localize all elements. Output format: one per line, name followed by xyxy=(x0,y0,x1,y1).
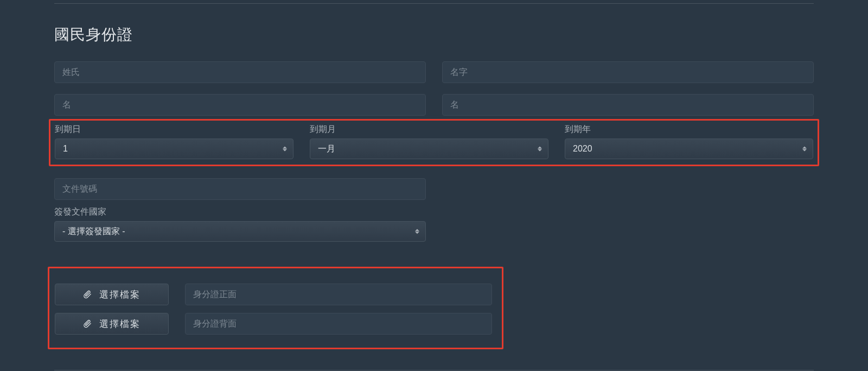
id-back-placeholder: 身分證背面 xyxy=(193,318,237,330)
expiry-day-select[interactable]: 1 xyxy=(55,139,293,159)
expiry-month-label: 到期月 xyxy=(310,124,548,135)
choose-file-back-label: 選擇檔案 xyxy=(99,318,141,330)
id-front-filename-field[interactable]: 身分證正面 xyxy=(185,284,492,305)
document-number-input[interactable] xyxy=(54,178,426,200)
issuing-country-select[interactable]: - 選擇簽發國家 - xyxy=(54,221,426,242)
top-divider xyxy=(54,3,814,4)
id-back-filename-field[interactable]: 身分證背面 xyxy=(185,313,492,335)
choose-file-back-button[interactable]: 選擇檔案 xyxy=(55,313,169,335)
choose-file-front-label: 選擇檔案 xyxy=(99,288,141,301)
surname-input[interactable] xyxy=(54,61,426,83)
expiry-month-value: 一月 xyxy=(318,143,335,155)
file-upload-highlight-box: 選擇檔案 身分證正面 選擇檔案 身分證背面 xyxy=(48,267,503,349)
id-front-placeholder: 身分證正面 xyxy=(193,289,237,300)
expiry-day-label: 到期日 xyxy=(55,124,293,135)
expiry-highlight-box: 到期日 1 到期月 一月 xyxy=(49,119,819,166)
section-title: 國民身份證 xyxy=(54,24,814,45)
expiry-year-value: 2020 xyxy=(573,144,592,154)
choose-file-front-button[interactable]: 選擇檔案 xyxy=(55,284,169,305)
issuing-country-label: 簽發文件國家 xyxy=(54,206,426,218)
bottom-divider xyxy=(54,370,814,370)
name-left-input[interactable] xyxy=(54,94,426,116)
name-row-2 xyxy=(54,94,814,116)
paperclip-icon xyxy=(83,290,92,299)
paperclip-icon xyxy=(83,319,92,328)
expiry-year-label: 到期年 xyxy=(565,124,813,135)
given-name-input[interactable] xyxy=(442,61,814,83)
issuing-country-value: - 選擇簽發國家 - xyxy=(62,226,125,237)
expiry-year-select[interactable]: 2020 xyxy=(565,139,813,159)
expiry-month-select[interactable]: 一月 xyxy=(310,139,548,159)
name-right-input[interactable] xyxy=(442,94,814,116)
expiry-day-value: 1 xyxy=(63,144,68,154)
name-row-1 xyxy=(54,61,814,83)
